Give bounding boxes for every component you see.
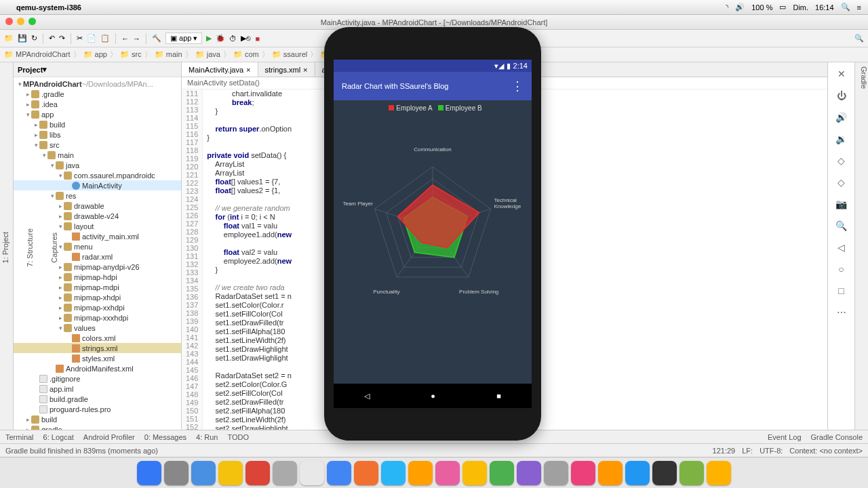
- tool-tab[interactable]: Android Profiler: [83, 433, 135, 441]
- tree-node[interactable]: ▸.idea: [14, 99, 181, 109]
- project-tab[interactable]: 1: Project: [0, 229, 11, 266]
- forward-icon[interactable]: →: [133, 35, 140, 43]
- run-config[interactable]: ▣ app ▾: [165, 33, 202, 44]
- tree-node[interactable]: AndroidManifest.xml: [14, 363, 181, 373]
- tree-node[interactable]: colors.xml: [14, 333, 181, 343]
- rotate-right-icon[interactable]: ◇: [835, 176, 848, 188]
- dock-app[interactable]: [571, 461, 595, 485]
- structure-tab[interactable]: 7: Structure: [24, 226, 35, 270]
- open-icon[interactable]: 📁: [4, 34, 14, 43]
- tree-node[interactable]: ▸mipmap-hdpi: [14, 272, 181, 282]
- more-icon[interactable]: ⋯: [835, 306, 848, 319]
- dock-app[interactable]: [625, 461, 650, 485]
- close-icon[interactable]: ✕: [835, 68, 848, 80]
- notification-icon[interactable]: ≡: [857, 3, 861, 12]
- zoom-icon[interactable]: [28, 18, 36, 25]
- editor-tab[interactable]: strings.xml ×: [258, 62, 315, 77]
- stop-icon[interactable]: ■: [255, 35, 260, 43]
- attach-icon[interactable]: ▶⎋: [241, 34, 251, 43]
- volume-down-icon[interactable]: 🔉: [835, 133, 848, 145]
- debug-icon[interactable]: 🐞: [216, 34, 225, 43]
- back-icon[interactable]: ←: [121, 35, 129, 43]
- tree-node[interactable]: ▸build: [14, 119, 181, 129]
- crumb[interactable]: 📁 ssaurel: [272, 50, 308, 59]
- tree-node[interactable]: app.iml: [14, 384, 181, 394]
- dock-app[interactable]: [273, 461, 297, 485]
- tree-node[interactable]: ▾java: [14, 160, 181, 170]
- tool-tab[interactable]: 6: Logcat: [43, 433, 74, 441]
- tree-node[interactable]: .gitignore: [14, 373, 181, 384]
- dock-app[interactable]: [517, 461, 541, 485]
- dock-app[interactable]: [435, 461, 460, 485]
- save-icon[interactable]: 💾: [18, 34, 27, 43]
- tree-node[interactable]: radar.xml: [14, 251, 181, 262]
- tree-node[interactable]: ▸drawable-v24: [14, 211, 181, 221]
- zoom-icon[interactable]: 🔍: [835, 220, 848, 232]
- project-tree[interactable]: ▾MPAndroidChart ~/Downloads/MPAn...▸.gra…: [14, 77, 181, 430]
- captures-tab[interactable]: Captures: [49, 230, 60, 266]
- tree-node[interactable]: ▸mipmap-anydpi-v26: [14, 262, 181, 272]
- dock-app[interactable]: [381, 461, 406, 485]
- home-icon[interactable]: ○: [835, 263, 848, 275]
- dock-app[interactable]: [218, 461, 243, 485]
- dock-app[interactable]: [245, 461, 270, 485]
- dock-app[interactable]: [300, 461, 324, 485]
- dock-app[interactable]: [191, 461, 216, 485]
- dock-app[interactable]: [408, 461, 433, 485]
- crumb[interactable]: 📁 main: [155, 50, 182, 59]
- camera-icon[interactable]: 📷: [835, 198, 848, 210]
- dock-app[interactable]: [462, 461, 487, 485]
- tree-node[interactable]: activity_main.xml: [14, 231, 181, 241]
- tree-node[interactable]: ▸.gradle: [14, 89, 181, 99]
- tree-node[interactable]: ▾layout: [14, 221, 181, 231]
- volume-icon[interactable]: 🔊: [735, 3, 745, 12]
- cut-icon[interactable]: ✂: [77, 34, 83, 43]
- tree-node[interactable]: ▾app: [14, 109, 181, 119]
- build-icon[interactable]: 🔨: [152, 34, 161, 43]
- tree-node[interactable]: ▾com.ssaurel.mpandroidc: [14, 170, 181, 180]
- tool-tab[interactable]: Event Log: [768, 433, 802, 441]
- home-icon[interactable]: ●: [431, 392, 435, 400]
- volume-up-icon[interactable]: 🔊: [835, 111, 848, 123]
- dock-app[interactable]: [327, 461, 351, 485]
- tree-node[interactable]: ▾values: [14, 323, 181, 333]
- profile-icon[interactable]: ⏱: [229, 35, 237, 43]
- tool-tab[interactable]: 4: Run: [196, 433, 218, 441]
- dock-app[interactable]: [652, 461, 677, 485]
- close-icon[interactable]: ×: [303, 66, 307, 74]
- crumb[interactable]: 📁 src: [120, 50, 142, 59]
- sync-icon[interactable]: ↻: [31, 34, 37, 43]
- tool-tab[interactable]: Terminal: [5, 433, 34, 441]
- crumb[interactable]: 📁 com: [233, 50, 259, 59]
- editor-tab[interactable]: MainActivity.java ×: [182, 62, 258, 77]
- overflow-icon[interactable]: ⋮: [511, 79, 524, 94]
- back-icon[interactable]: ◁: [835, 241, 848, 253]
- crumb[interactable]: 📁 app: [83, 50, 107, 59]
- copy-icon[interactable]: 📄: [87, 34, 96, 43]
- gradle-tab[interactable]: Gradle: [860, 66, 868, 430]
- rotate-left-icon[interactable]: ◇: [835, 155, 848, 167]
- tree-node[interactable]: ▸mipmap-mdpi: [14, 282, 181, 292]
- undo-icon[interactable]: ↶: [49, 34, 55, 43]
- dock-app[interactable]: [490, 461, 514, 485]
- search-icon[interactable]: 🔍: [841, 3, 850, 12]
- overview-icon[interactable]: ■: [496, 392, 501, 400]
- tree-node[interactable]: strings.xml: [14, 343, 181, 353]
- dock-app[interactable]: [544, 461, 568, 485]
- overview-icon[interactable]: □: [835, 285, 848, 297]
- tree-node[interactable]: ▸mipmap-xxhdpi: [14, 302, 181, 312]
- tree-node[interactable]: ▾res: [14, 190, 181, 201]
- search-icon[interactable]: 🔍: [854, 34, 864, 43]
- tree-node[interactable]: ▸mipmap-xhdpi: [14, 292, 181, 302]
- redo-icon[interactable]: ↷: [59, 34, 65, 43]
- close-icon[interactable]: [5, 18, 13, 25]
- tree-node[interactable]: styles.xml: [14, 353, 181, 363]
- tree-node[interactable]: ▸mipmap-xxxhdpi: [14, 312, 181, 323]
- tree-node[interactable]: ▾main: [14, 150, 181, 160]
- tree-node[interactable]: ▸libs: [14, 129, 181, 140]
- dock-app[interactable]: [598, 461, 623, 485]
- tree-node[interactable]: build.gradle: [14, 394, 181, 404]
- tool-tab[interactable]: TODO: [227, 433, 249, 441]
- tree-node[interactable]: ▸build: [14, 414, 181, 424]
- tree-node[interactable]: MainActivity: [14, 180, 181, 190]
